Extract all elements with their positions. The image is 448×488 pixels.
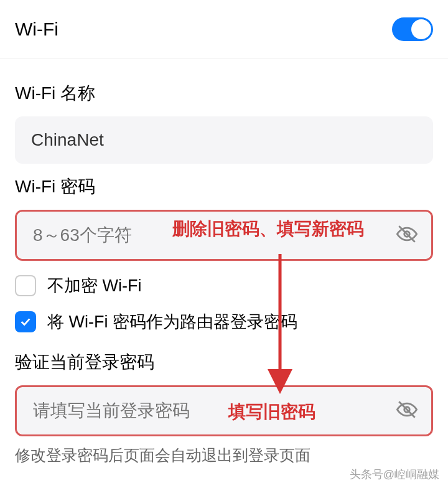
router-login-row: 将 Wi-Fi 密码作为路由器登录密码 bbox=[15, 311, 433, 333]
wifi-name-input-wrapper bbox=[15, 116, 433, 164]
helper-text: 修改登录密码后页面会自动退出到登录页面 bbox=[15, 445, 433, 466]
wifi-name-label: Wi-Fi 名称 bbox=[15, 82, 433, 105]
no-encryption-row: 不加密 Wi-Fi bbox=[15, 274, 433, 297]
router-login-checkbox[interactable] bbox=[15, 311, 36, 332]
toggle-knob bbox=[411, 19, 431, 39]
no-encryption-checkbox[interactable] bbox=[15, 275, 36, 296]
wifi-header-row: Wi-Fi bbox=[0, 0, 448, 59]
wifi-password-input-wrapper: 删除旧密码、填写新密码 bbox=[15, 210, 433, 261]
wifi-password-label: Wi-Fi 密码 bbox=[15, 175, 433, 199]
verify-login-input-wrapper: 填写旧密码 bbox=[15, 385, 433, 436]
router-login-label: 将 Wi-Fi 密码作为路由器登录密码 bbox=[47, 311, 297, 333]
verify-login-input[interactable] bbox=[17, 387, 431, 434]
content-area: Wi-Fi 名称 Wi-Fi 密码 删除旧密码、填写新密码 不加密 Wi-Fi … bbox=[0, 59, 448, 466]
watermark-text: 头条号@崆峒融媒 bbox=[350, 467, 439, 482]
verify-login-label: 验证当前登录密码 bbox=[15, 350, 433, 374]
no-encryption-label: 不加密 Wi-Fi bbox=[47, 274, 141, 297]
wifi-toggle[interactable] bbox=[392, 17, 433, 41]
wifi-title: Wi-Fi bbox=[15, 19, 58, 40]
eye-off-icon[interactable] bbox=[396, 223, 418, 247]
eye-off-icon[interactable] bbox=[396, 399, 418, 423]
wifi-name-input[interactable] bbox=[15, 116, 433, 164]
wifi-password-input[interactable] bbox=[17, 212, 431, 259]
